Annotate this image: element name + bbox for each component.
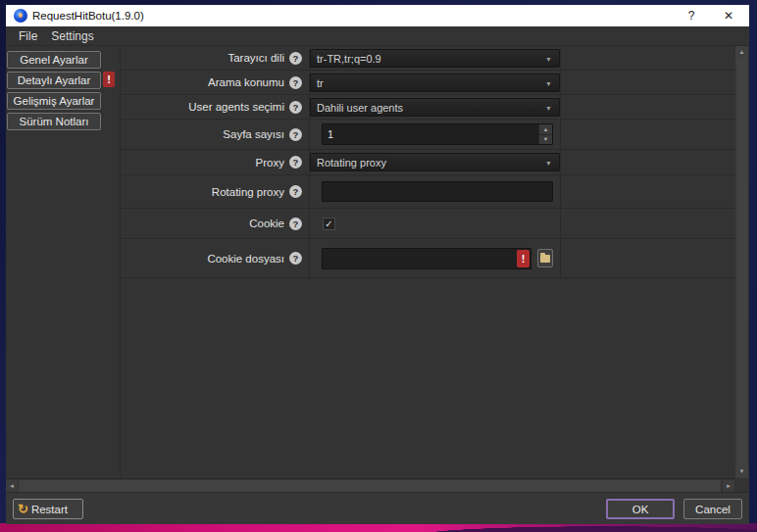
title-bar: RequestHitBotu(1.9.0) ? ✕ xyxy=(6,5,749,26)
scroll-up-icon[interactable]: ▲ xyxy=(735,46,748,59)
help-icon[interactable]: ? xyxy=(289,218,302,230)
field-label: Cookie xyxy=(249,218,284,229)
browser-language-select[interactable]: tr-TR,tr;q=0.9 ▼ xyxy=(310,49,560,68)
scroll-left-icon[interactable]: ◄ xyxy=(6,480,18,492)
form-row-proxy: Proxy ? Rotating proxy ▼ xyxy=(121,150,735,175)
page-count-spinner: ▲ ▼ xyxy=(322,123,553,145)
spin-up-button[interactable]: ▲ xyxy=(538,124,552,135)
folder-icon xyxy=(540,255,550,263)
form-row-cookie: Cookie ? ✓ xyxy=(121,209,735,239)
field-label: Rotating proxy xyxy=(212,186,284,198)
chevron-down-icon: ▼ xyxy=(545,160,552,167)
window-title: RequestHitBotu(1.9.0) xyxy=(32,5,144,26)
ok-button[interactable]: OK xyxy=(606,499,675,519)
chevron-down-icon: ▼ xyxy=(545,105,552,112)
chevron-down-icon: ▼ xyxy=(545,56,552,63)
window-close-button[interactable]: ✕ xyxy=(716,5,741,26)
field-label: Tarayıcı dili xyxy=(227,52,284,64)
spin-down-button[interactable]: ▼ xyxy=(538,135,552,145)
form-row-user-agents: User agents seçimi ? Dahili user agents … xyxy=(121,95,735,120)
error-icon: ! xyxy=(517,250,530,267)
browse-file-button[interactable] xyxy=(537,249,553,267)
form-row-cookie-dosyasi: Cookie dosyası ? ! xyxy=(121,239,735,278)
menu-item-file[interactable]: File xyxy=(12,26,44,45)
cookie-file-field: ! xyxy=(322,248,531,269)
restart-label: Restart xyxy=(31,504,68,515)
field-label: Sayfa sayısı xyxy=(223,128,284,140)
cookie-file-input[interactable] xyxy=(322,248,531,269)
wallpaper-magenta-strip xyxy=(0,523,757,532)
form-row-sayfa-sayisi: Sayfa sayısı ? ▲ ▼ xyxy=(121,120,735,150)
page-count-input[interactable] xyxy=(322,123,553,145)
app-icon xyxy=(14,9,27,23)
selected-value: tr-TR,tr;q=0.9 xyxy=(317,53,381,65)
field-label: Cookie dosyası xyxy=(207,253,284,265)
help-icon[interactable]: ? xyxy=(289,76,302,89)
form-row-rotating-proxy: Rotating proxy ? xyxy=(121,175,735,209)
help-icon[interactable]: ? xyxy=(289,101,302,114)
proxy-select[interactable]: Rotating proxy ▼ xyxy=(310,153,560,171)
form-row-arama-konumu: Arama konumu ? tr ▼ xyxy=(121,71,735,95)
field-label: Arama konumu xyxy=(208,76,284,88)
footer-bar: ↻ Restart OK Cancel xyxy=(6,492,749,524)
help-icon[interactable]: ? xyxy=(289,185,302,198)
form-row-tarayici-dili: Tarayıcı dili ? tr-TR,tr;q=0.9 ▼ xyxy=(121,46,735,71)
settings-form: Tarayıcı dili ? tr-TR,tr;q=0.9 ▼ Arama k… xyxy=(121,46,735,278)
cancel-button[interactable]: Cancel xyxy=(683,499,742,519)
restart-button[interactable]: ↻ Restart xyxy=(13,499,83,519)
search-location-select[interactable]: tr ▼ xyxy=(310,73,560,92)
user-agents-select[interactable]: Dahili user agents ▼ xyxy=(310,98,560,117)
desktop-background: RequestHitBotu(1.9.0) ? ✕ File Settings … xyxy=(0,0,757,532)
sidebar: Genel Ayarlar Detaylı Ayarlar ! Gelişmiş… xyxy=(6,46,121,478)
selected-value: tr xyxy=(317,77,324,89)
window-help-button[interactable]: ? xyxy=(679,5,704,26)
menu-bar: File Settings xyxy=(6,26,749,45)
scroll-down-icon[interactable]: ▼ xyxy=(735,465,748,478)
rotating-proxy-input[interactable] xyxy=(322,181,553,202)
selected-value: Rotating proxy xyxy=(317,157,386,169)
main-area: Genel Ayarlar Detaylı Ayarlar ! Gelişmiş… xyxy=(6,45,749,478)
sidebar-tab-gelismis-ayarlar[interactable]: Gelişmiş Ayarlar xyxy=(7,92,101,110)
help-icon[interactable]: ? xyxy=(289,128,302,141)
horizontal-scrollbar[interactable]: ◄ ► xyxy=(6,478,735,492)
field-label: Proxy xyxy=(256,157,284,169)
restart-icon: ↻ xyxy=(18,503,28,515)
sidebar-tab-genel-ayarlar[interactable]: Genel Ayarlar xyxy=(7,51,101,69)
chevron-down-icon: ▼ xyxy=(545,80,552,87)
menu-item-settings[interactable]: Settings xyxy=(44,26,100,45)
scroll-right-icon[interactable]: ► xyxy=(723,480,734,492)
app-window: RequestHitBotu(1.9.0) ? ✕ File Settings … xyxy=(6,5,749,524)
sidebar-tab-surum-notlari[interactable]: Sürüm Notları xyxy=(7,113,101,130)
cookie-checkbox[interactable]: ✓ xyxy=(323,218,335,230)
help-icon[interactable]: ? xyxy=(289,252,302,265)
error-indicator-badge: ! xyxy=(103,72,115,87)
help-icon[interactable]: ? xyxy=(289,156,302,169)
vertical-scrollbar-thumb[interactable] xyxy=(736,59,747,466)
sidebar-tab-detayli-ayarlar[interactable]: Detaylı Ayarlar xyxy=(7,72,101,89)
horizontal-scrollbar-thumb[interactable] xyxy=(19,480,721,492)
vertical-scrollbar[interactable]: ▲ ▼ xyxy=(735,46,748,478)
field-label: User agents seçimi xyxy=(188,101,284,113)
selected-value: Dahili user agents xyxy=(317,102,403,114)
help-icon[interactable]: ? xyxy=(289,52,302,65)
